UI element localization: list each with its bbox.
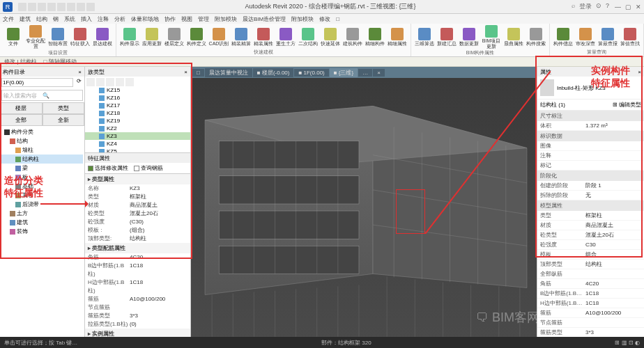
prop-row[interactable]: 模板组合 [537,250,644,260]
tree-item[interactable]: 构件分类 [1,127,83,136]
family-toolbar[interactable] [85,77,190,86]
tab[interactable]: 类型 [43,102,85,114]
ribbon-button[interactable]: 算值查找 [620,28,641,47]
prop-row[interactable]: 体积1.372 m³ [537,121,644,131]
prop-row[interactable]: 顶部类型:结构柱 [85,235,190,243]
prop-row[interactable]: 拆除的阶段无 [537,191,644,200]
menu-item[interactable]: 晨达BIM造价管理 [243,15,286,23]
ribbon-button[interactable]: 精细属性 [387,28,408,47]
prop-row[interactable]: 顶部类型结构柱 [537,260,644,269]
tree-item[interactable]: 墙柱 [1,145,83,155]
prop-row[interactable]: 箍筋A10@100/200 [537,308,644,318]
kz-item[interactable]: KZ5 [85,148,190,153]
kz-item[interactable]: KZ17 [85,102,190,109]
prop-row[interactable]: 砼强度C30 [537,240,644,250]
menu-item[interactable]: 管理 [198,15,209,23]
prop-row[interactable]: 材质商品混凝土 [537,221,644,230]
close-icon[interactable]: × [638,69,641,75]
subtab[interactable]: 全部 [0,114,43,126]
kz-list[interactable]: KZ15KZ16KZ17KZ18KZ19KZ2KZ3KZ4KZ5 [85,86,190,153]
3d-viewport[interactable] [191,78,537,338]
ribbon-button[interactable]: 晨达建模 [92,28,113,47]
menu-item[interactable]: 视图 [181,15,192,23]
tree-item[interactable]: 梁 [1,164,83,173]
level-dropdown[interactable]: 1F(0.00) [1,78,73,87]
prop-row[interactable]: 类型框架柱 [537,211,644,221]
view-tab[interactable]: 晨达算量中视注 [205,68,252,77]
menu-item[interactable]: 附加模块 [215,15,237,23]
ribbon-button[interactable]: 快速延体 [320,28,341,47]
ribbon-button[interactable]: 精装属性 [253,28,274,47]
ribbon-button[interactable]: 算最查报 [597,28,618,47]
close-icon[interactable]: × [78,69,82,75]
tree-item[interactable]: 其它 [1,191,83,200]
ribbon-button[interactable]: 楼层定义 [164,28,185,47]
prop-row[interactable]: 砼强度(C30) [85,218,190,226]
close-icon[interactable]: × [184,69,187,75]
view-tabs[interactable]: □晨达算量中视注■ 楼层(-0.00)■ 1F(0.00)■ {三维}…× [191,67,537,78]
app-icon[interactable]: R [3,2,13,12]
prop-row[interactable]: 图像 [537,141,644,151]
prop-row[interactable]: B边中部筋(1.B柱)1C18 [85,262,190,278]
prop-row[interactable]: 全部纵筋 [537,269,644,279]
tree-item[interactable]: 基础 [1,182,83,191]
quick-access-toolbar[interactable] [18,3,95,11]
search-icon[interactable]: 🔍 [43,93,82,99]
edit-type-row[interactable]: 结构柱 (1)⊞ 编辑类型 [537,100,644,111]
prop-row[interactable]: 箍筋类型3*3 [85,312,190,320]
prop-row[interactable]: H边中部筋(1.B柱)1C18 [85,278,190,295]
kz-item[interactable]: KZ18 [85,109,190,117]
view-tab[interactable]: ■ 楼层(-0.00) [253,68,294,77]
ribbon-button[interactable]: 二次结构 [298,28,319,47]
ribbon-button[interactable]: 构件搜索 [526,28,546,47]
ribbon-button[interactable]: 特征获入 [70,28,91,47]
ribbon-button[interactable]: 精装精算 [231,28,252,47]
menu-item[interactable]: 分析 [114,15,125,23]
tree-item[interactable]: 结构 [1,136,83,145]
kz-item[interactable]: KZ19 [85,117,190,125]
prop-row[interactable]: 创建的阶段阶段 1 [537,181,644,191]
ribbon-button[interactable]: 显曲属性 [503,28,524,47]
prop-tabs[interactable]: 选择修改属性 查询钢筋 [85,163,190,174]
ribbon-button[interactable]: 新建汇总 [436,28,457,47]
ribbon-button[interactable]: 构件显示 [119,28,140,47]
prop-row[interactable]: 角筋4C20 [85,253,190,262]
ribbon-button[interactable]: CAD识别 [208,28,229,47]
tree-item[interactable]: 后浇带 [1,200,83,209]
prop-row[interactable]: 注释 [537,151,644,161]
prop-row[interactable]: 名称KZ3 [85,184,190,193]
kz-item[interactable]: KZ4 [85,140,190,148]
menu-item[interactable]: 协作 [164,15,176,23]
tab[interactable]: 楼层 [0,102,43,114]
tree-item[interactable]: 结构柱 [1,155,83,164]
prop-row[interactable]: 类型框架柱 [85,193,190,201]
menu-item[interactable]: 钢 [53,15,59,23]
ribbon-button[interactable]: 精细构件 [365,28,385,47]
type-selector[interactable]: Inbuild-柱-矩形 KZ3 [537,77,644,100]
prop-row[interactable]: 节点箍筋 [537,318,644,328]
prop-row[interactable]: H边中部筋(1.B…1C18 [537,299,644,308]
ribbon-button[interactable]: 智能布置 [47,28,68,47]
view-tab[interactable]: □ [192,69,204,77]
ribbon-button[interactable]: 应用更新 [141,28,162,47]
menu-item[interactable]: 插入 [81,15,92,23]
prop-row[interactable]: 箍筋A10@100/200 [85,295,190,303]
ribbon-button[interactable]: 审改深查 [575,28,596,47]
kz-item[interactable]: KZ3 [85,132,190,140]
window-controls[interactable]: —▢✕ [615,3,641,10]
menu-item[interactable]: 结构 [36,15,47,23]
menu-item[interactable]: □ [336,16,339,22]
prop-row[interactable]: 拉筋类型(1.B柱)(0) [85,320,190,329]
prop-row[interactable]: 箍筋类型3*3 [537,328,644,338]
view-tab[interactable]: × [373,69,385,77]
ribbon-button[interactable]: 重生土方 [275,28,296,47]
ribbon[interactable]: 文件专业化配置智能布置特征获入晨达建模项目设置构件显示应用更新楼层定义构件定义C… [0,24,644,57]
options-bar[interactable]: 修改 | 结构柱□ 随轴网移动 [0,57,644,67]
ribbon-button[interactable]: 文件 [3,28,24,47]
tree-item[interactable]: 板 [1,173,83,182]
prop-row[interactable]: 节点箍筋 [85,303,190,312]
prop-row[interactable]: B边中部筋(1.B…1C18 [537,289,644,299]
menu-item[interactable]: 注释 [98,15,109,23]
ribbon-button[interactable]: 构件信息 [553,28,574,47]
view-tab[interactable]: ■ {三维} [330,68,358,77]
